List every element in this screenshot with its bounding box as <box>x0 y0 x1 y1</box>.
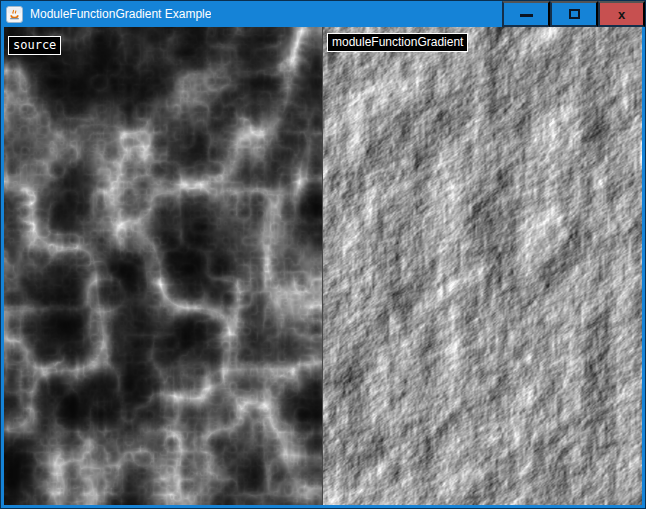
title-bar[interactable]: ModuleFunctionGradient Example x <box>1 1 645 27</box>
gradient-image-canvas <box>323 27 642 505</box>
source-label: source <box>8 36 61 55</box>
java-coffee-cup-icon[interactable] <box>6 6 23 23</box>
maximize-icon <box>569 9 580 19</box>
window-content: source moduleFunctionGradient <box>1 27 645 508</box>
gradient-label: moduleFunctionGradient <box>327 33 468 52</box>
source-image-canvas <box>4 27 322 505</box>
maximize-button[interactable] <box>550 1 598 27</box>
pane-gradient: moduleFunctionGradient <box>322 27 642 505</box>
minimize-button[interactable] <box>502 1 550 27</box>
window-title: ModuleFunctionGradient Example <box>30 7 211 21</box>
close-icon: x <box>618 8 625 21</box>
minimize-icon <box>520 14 533 17</box>
close-button[interactable]: x <box>598 1 645 27</box>
application-window: ModuleFunctionGradient Example x source … <box>0 0 646 509</box>
title-bar-left: ModuleFunctionGradient Example <box>1 1 502 27</box>
pane-source: source <box>4 27 322 505</box>
caption-buttons: x <box>502 1 645 27</box>
